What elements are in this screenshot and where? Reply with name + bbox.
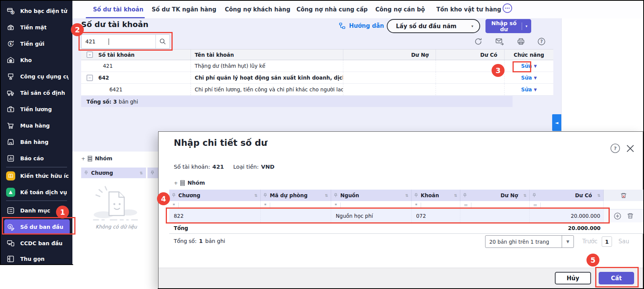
- sidebar-item-tai-san-co-dinh[interactable]: Tài sản cố định: [1, 85, 72, 101]
- sidebar-item-ke-toan-dich-vu[interactable]: Kế toán dịch vụ: [1, 184, 72, 200]
- pin-icon[interactable]: [263, 193, 267, 198]
- edit-dropdown-icon[interactable]: ▼: [534, 76, 537, 80]
- filter-op[interactable]: *: [415, 202, 418, 208]
- tab-cong-no-khach-hang[interactable]: Công nợ khách hàng: [225, 1, 290, 18]
- current-page-box[interactable]: 1: [602, 236, 612, 247]
- filter-cell[interactable]: *: [169, 201, 261, 209]
- search-icon[interactable]: [155, 35, 170, 48]
- pin-icon[interactable]: [334, 193, 338, 198]
- pin-icon[interactable]: [414, 193, 418, 198]
- table-row-6421[interactable]: 6421 Chi phí tiền lương, tiền công và ch…: [81, 84, 553, 96]
- sidebar-item-ban-hang[interactable]: Bán hàng: [1, 134, 72, 150]
- sidebar-item-tien-luong[interactable]: $ Tiền lương: [1, 101, 72, 117]
- table-row-421[interactable]: 421 Thặng dư (thâm hụt) lũy kế Sửa▼: [81, 60, 553, 72]
- tab-ton-kho-vat-tu[interactable]: Tồn kho vật tư hàng h: [436, 1, 502, 18]
- next-page-button[interactable]: Sau: [618, 238, 629, 245]
- refresh-icon[interactable]: [474, 37, 483, 46]
- sidebar-item-label: Kiến thức hữu ích: [20, 173, 69, 179]
- modal-data-row[interactable]: 822 Nguồn học phí 072 20.000.000: [169, 209, 643, 222]
- tab-cong-no-nha-cung-cap[interactable]: Công nợ nhà cung cấp: [296, 1, 368, 18]
- modal-help-icon[interactable]: ?: [610, 143, 620, 153]
- table-row-642[interactable]: – 642 Chi phí quản lý hoạt động sản xuất…: [81, 72, 553, 84]
- sidebar-item-kho[interactable]: Kho: [1, 52, 72, 68]
- pin-icon[interactable]: [172, 193, 176, 198]
- filter-op[interactable]: =: [533, 202, 537, 208]
- guide-link[interactable]: Hướng dẫn: [338, 22, 384, 30]
- col-nguon: Nguồn: [340, 192, 359, 198]
- sort-icon[interactable]: ⇅: [524, 193, 527, 198]
- row-checkbox[interactable]: –: [87, 75, 93, 81]
- sidebar-item-so-du-ban-dau[interactable]: $ Số dư ban đầu: [1, 219, 72, 235]
- cell-nguon: Nguồn học phí: [336, 213, 373, 219]
- filter-op[interactable]: *: [335, 202, 337, 208]
- sort-icon[interactable]: ⇅: [454, 193, 457, 198]
- sidebar-item-kho-bac-dien-tu[interactable]: $ Kho bạc điện tử: [1, 3, 72, 19]
- edit-dropdown-icon[interactable]: ▼: [534, 64, 537, 68]
- balance-detail-modal: Nhập chi tiết số dư ? Số tài khoản: 421 …: [158, 131, 643, 288]
- modal-account-info: Số tài khoản: 421: [174, 164, 224, 170]
- sidebar-item-tien-mat[interactable]: Tiền mặt: [1, 19, 72, 35]
- sidebar-item-ccdc-ban-dau[interactable]: CCDC ban đầu: [1, 235, 72, 251]
- col-chuong: Chương: [178, 192, 200, 198]
- more-tabs-icon[interactable]: [503, 3, 512, 13]
- active-tab-underline: [86, 17, 145, 18]
- sidebar-item-tien-gui[interactable]: $ Tiền gửi: [1, 36, 72, 52]
- empty-state-text: Không có dữ liệu: [80, 224, 152, 230]
- edit-dropdown-icon[interactable]: ▼: [534, 88, 537, 92]
- help-icon[interactable]: ?: [537, 37, 546, 46]
- print-icon[interactable]: [516, 37, 525, 46]
- currency-label: Loại tiền:: [233, 164, 259, 170]
- sort-icon[interactable]: ⇅: [140, 171, 143, 175]
- pin-icon[interactable]: [532, 193, 536, 198]
- edit-link[interactable]: Sửa: [521, 63, 532, 69]
- sidebar-item-label: Tiền lương: [20, 106, 52, 112]
- panel-column-chuong[interactable]: Chương ⇅: [81, 168, 146, 178]
- content-right-border: [561, 1, 562, 131]
- sidebar-item-cong-cu-dung-cu[interactable]: Công cụ dụng cụ: [1, 69, 72, 85]
- col-ma-du-phong: Mã dự phòng: [270, 192, 308, 198]
- frame-border-top: [0, 0, 644, 1]
- pin-icon[interactable]: [463, 193, 467, 198]
- sort-icon[interactable]: ⇅: [598, 193, 601, 198]
- edit-link[interactable]: Sửa: [521, 75, 532, 81]
- page-size-select[interactable]: 20 bản ghi trên 1 trang ▼: [485, 235, 574, 248]
- edit-link[interactable]: Sửa: [521, 86, 532, 93]
- filter-op[interactable]: =: [464, 202, 468, 208]
- filter-op[interactable]: *: [264, 202, 267, 208]
- filter-cell[interactable]: *: [261, 201, 331, 209]
- select-all-checkbox[interactable]: –: [87, 51, 93, 58]
- group-button[interactable]: + Nhóm: [81, 155, 112, 161]
- prev-page-button[interactable]: Trước: [582, 238, 598, 245]
- tab-label: Tồn kho vật tư hàng h: [436, 6, 502, 13]
- delete-row-icon[interactable]: [627, 212, 634, 219]
- modal-group-button[interactable]: + Nhóm: [174, 180, 205, 186]
- tab-so-du-tai-khoan[interactable]: Số dư tài khoản: [93, 1, 143, 18]
- cancel-button[interactable]: Hủy: [555, 272, 591, 284]
- panel-collapse-icon[interactable]: ◄: [552, 114, 561, 131]
- add-row-icon[interactable]: [614, 212, 622, 220]
- sidebar-item-kien-thuc-huu-ich[interactable]: Kiến thức hữu ích: [1, 168, 72, 184]
- filter-op[interactable]: *: [173, 202, 175, 208]
- chevron-down-icon[interactable]: ▾: [525, 24, 527, 28]
- sidebar-item-mua-hang[interactable]: Mua hàng: [1, 118, 72, 134]
- save-button[interactable]: Cất: [599, 272, 634, 284]
- sort-icon[interactable]: ⇅: [255, 193, 258, 198]
- filter-cell[interactable]: =: [460, 201, 530, 209]
- enter-balance-button[interactable]: Nhập số dư ▾: [485, 19, 531, 33]
- filter-cell[interactable]: *: [412, 201, 460, 209]
- tab-so-du-tk-ngan-hang[interactable]: Số dư TK ngân hàng: [152, 1, 216, 18]
- briefcase-icon: $: [6, 105, 15, 114]
- sort-icon[interactable]: ⇅: [325, 193, 328, 198]
- get-year-balance-button[interactable]: Lấy số dư đầu năm ▾: [387, 19, 480, 33]
- export-mail-icon[interactable]: [495, 37, 505, 46]
- sidebar-item-bao-cao[interactable]: Báo cáo: [1, 150, 72, 166]
- filter-cell[interactable]: *: [331, 201, 412, 209]
- tab-cong-no-can-bo[interactable]: Công nợ cán bộ: [375, 1, 425, 18]
- modal-close-icon[interactable]: [626, 144, 635, 153]
- filter-cell[interactable]: =: [530, 201, 604, 209]
- col-header-actions: Chức năng: [514, 52, 544, 58]
- sort-icon[interactable]: ⇅: [405, 193, 409, 198]
- svg-text:$: $: [12, 11, 14, 14]
- delete-column-header[interactable]: [604, 190, 643, 201]
- search-input[interactable]: [85, 38, 108, 45]
